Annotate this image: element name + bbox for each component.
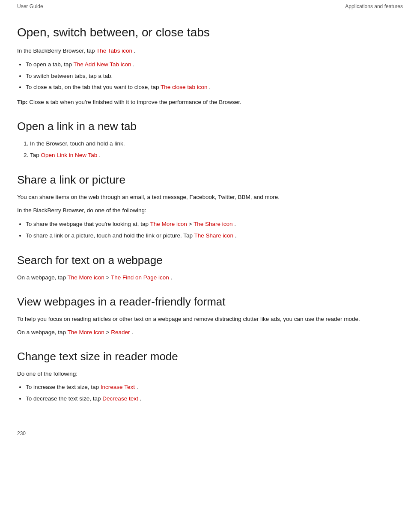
para-reader-instructions: On a webpage, tap The More icon > Reader… [17,328,403,337]
section-search-text-webpage: Search for text on a webpage On a webpag… [17,254,403,282]
para-share-following: In the BlackBerry Browser, do one of the… [17,206,403,215]
heading-open-link-new-tab: Open a link in a new tab [17,120,403,133]
more-icon-ref-1: The More icon [150,221,189,227]
header-left: User Guide [17,3,43,9]
share-icon-ref-1: The Share icon [194,221,234,227]
step-2-tap-open: Tap Open Link in New Tab . [30,151,403,160]
list-item-close-tab: To close a tab, on the tab that you want… [26,83,403,92]
heading-share-link-picture: Share a link or picture [17,173,403,187]
list-item-open-tab: To open a tab, tap The Add New Tab icon … [26,60,403,70]
heading-search-text-webpage: Search for text on a webpage [17,254,403,267]
list-item-increase-text: To increase the text size, tap Increase … [26,383,403,392]
page-header: User Guide Applications and features [0,0,420,13]
list-item-switch-tab: To switch between tabs, tap a tab. [26,71,403,81]
more-icon-ref-2: The More icon [68,274,106,281]
section-view-reader-friendly: View webpages in a reader-friendly forma… [17,295,403,337]
header-right: Applications and features [345,3,403,9]
step-1-touch-hold: In the Browser, touch and hold a link. [30,139,403,149]
para-tabs-intro: In the BlackBerry Browser, tap The Tabs … [17,46,403,56]
tip-label: Tip: [17,99,28,105]
list-item-share-link-picture: To share a link or a picture, touch and … [26,231,403,241]
increase-text-ref: Increase Text [101,384,137,390]
section-share-link-picture: Share a link or picture You can share it… [17,173,403,241]
page-number: 230 [17,430,26,436]
share-icon-ref-2: The Share icon [194,232,235,239]
list-item-share-webpage: To share the webpage that you're looking… [26,219,403,229]
open-link-new-tab-ref: Open Link in New Tab [41,152,99,158]
list-item-decrease-text: To decrease the text size, tap Decrease … [26,394,403,404]
page-footer: 230 [0,426,420,441]
decrease-text-ref: Decrease text [102,395,140,402]
share-list: To share the webpage that you're looking… [26,219,403,241]
para-share-intro: You can share items on the web through a… [17,193,403,202]
section-open-switch-close-tabs: Open, switch between, or close tabs In t… [17,26,403,107]
section-open-link-new-tab: Open a link in a new tab In the Browser,… [17,120,403,160]
text-size-list: To increase the text size, tap Increase … [26,383,403,404]
open-link-steps: In the Browser, touch and hold a link. T… [30,139,403,160]
close-tab-icon-ref: The close tab icon [161,84,209,90]
main-content: Open, switch between, or close tabs In t… [0,13,420,426]
heading-open-switch-close-tabs: Open, switch between, or close tabs [17,26,403,39]
tabs-icon-ref: The Tabs icon [96,47,134,54]
more-icon-ref-3: The More icon [68,329,106,335]
section-change-text-size: Change text size in reader mode Do one o… [17,350,403,404]
tabs-list: To open a tab, tap The Add New Tab icon … [26,60,403,93]
heading-view-reader-friendly: View webpages in a reader-friendly forma… [17,295,403,308]
para-reader-intro: To help you focus on reading articles or… [17,314,403,324]
heading-change-text-size: Change text size in reader mode [17,350,403,363]
reader-ref: Reader [111,329,131,335]
add-new-tab-icon-ref: The Add New Tab icon [74,61,133,68]
tip-close-tab: Tip: Close a tab when you're finished wi… [17,98,403,107]
find-on-page-icon-ref: The Find on Page icon [111,274,171,281]
para-text-size-intro: Do one of the following: [17,369,403,379]
para-search-text: On a webpage, tap The More icon > The Fi… [17,273,403,282]
